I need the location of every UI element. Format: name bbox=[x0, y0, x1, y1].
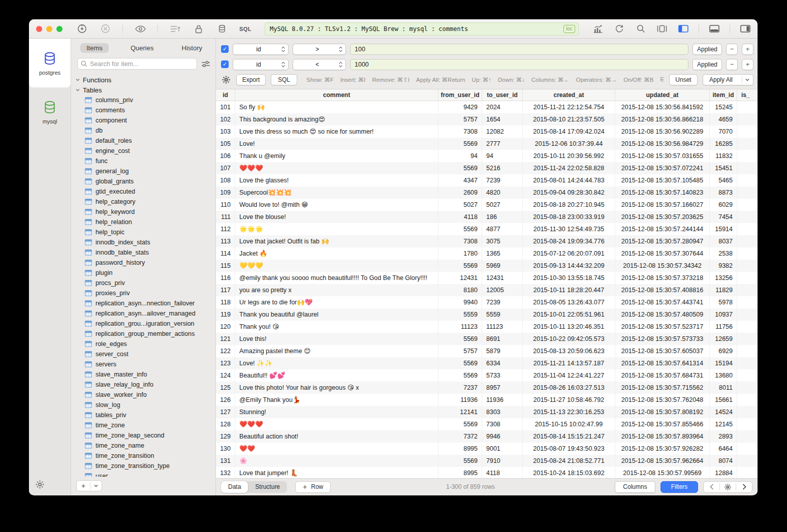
table-cell[interactable]: 9940 bbox=[438, 296, 482, 308]
database-icon[interactable] bbox=[216, 23, 228, 35]
table-cell[interactable]: 117 bbox=[216, 284, 235, 296]
table-cell[interactable]: 8691 bbox=[482, 333, 523, 345]
table-cell[interactable]: Love the blouse! bbox=[235, 211, 438, 223]
table-cell[interactable]: 5569 bbox=[438, 223, 482, 235]
table-cell[interactable]: 12005 bbox=[482, 284, 523, 296]
table-cell[interactable] bbox=[737, 150, 758, 162]
table-cell[interactable]: 5569 bbox=[438, 138, 482, 150]
table-cell[interactable]: 15451 bbox=[710, 162, 737, 174]
table-cell[interactable]: 13680 bbox=[710, 369, 737, 382]
table-cell[interactable]: 2015-12-08 15:30:57.373218 bbox=[615, 272, 710, 284]
table-cell[interactable]: 5569 bbox=[438, 357, 482, 369]
sidebar-table-item[interactable]: replication_group_member_actions bbox=[71, 329, 215, 339]
table-cell[interactable]: 6464 bbox=[710, 443, 737, 455]
table-cell[interactable]: Thank u @emily bbox=[235, 150, 438, 162]
table-cell[interactable]: 11832 bbox=[710, 150, 737, 162]
table-cell[interactable] bbox=[737, 308, 758, 321]
table-cell[interactable]: Thank you beautiful @laurel bbox=[235, 308, 438, 321]
sidebar-table-item[interactable]: role_edges bbox=[71, 339, 215, 349]
sidebar-table-item[interactable]: plugin bbox=[71, 268, 215, 278]
table-cell[interactable]: 132 bbox=[216, 467, 235, 478]
table-cell[interactable]: This background is amazing😍 bbox=[235, 113, 438, 126]
table-cell[interactable] bbox=[737, 260, 758, 272]
table-cell[interactable]: 2893 bbox=[710, 430, 737, 443]
connection-postgres[interactable]: postgres bbox=[29, 39, 71, 87]
sidebar-table-item[interactable]: replication_asyn...ailover_managed bbox=[71, 308, 215, 319]
filter-sliders-icon[interactable] bbox=[201, 60, 210, 68]
sidebar-table-item[interactable]: replication_grou...iguration_version bbox=[71, 319, 215, 329]
sidebar-table-item[interactable]: func bbox=[71, 156, 215, 166]
next-page-icon[interactable] bbox=[736, 482, 752, 492]
table-cell[interactable]: 2015-10-15 10:02:47.99 bbox=[523, 418, 615, 430]
column-header-comment[interactable]: comment bbox=[235, 89, 438, 101]
table-cell[interactable]: 8011 bbox=[710, 382, 737, 394]
table-cell[interactable] bbox=[737, 455, 758, 467]
column-header-to_user_id[interactable]: to_user_id bbox=[482, 89, 523, 101]
filter-operator-select[interactable]: < bbox=[293, 59, 346, 70]
table-cell[interactable]: 7308 bbox=[438, 235, 482, 247]
sidebar-table-item[interactable]: time_zone_leap_second bbox=[71, 430, 215, 441]
table-cell[interactable]: 2015-08-10 21:23:57.505 bbox=[523, 113, 615, 126]
table-cell[interactable]: Love that jacket! Outfit is fab 🙌 bbox=[235, 235, 438, 247]
table-cell[interactable]: 115 bbox=[216, 260, 235, 272]
table-cell[interactable]: Love the glasses! bbox=[235, 174, 438, 186]
table-cell[interactable]: 2015-12-08 15:30:57.031655 bbox=[615, 150, 710, 162]
table-cell[interactable]: 5216 bbox=[482, 162, 523, 174]
table-cell[interactable]: Ur legs are to die for🙌💖 bbox=[235, 296, 438, 308]
table-cell[interactable]: @emily thank you soooo much beautiful!!!… bbox=[235, 272, 438, 284]
remove-filter-button[interactable]: − bbox=[726, 44, 738, 55]
settings-gear-icon[interactable] bbox=[35, 480, 45, 490]
table-cell[interactable] bbox=[737, 443, 758, 455]
table-cell[interactable]: 121 bbox=[216, 333, 235, 345]
table-cell[interactable]: 2015-08-14 15:15:21.247 bbox=[523, 430, 615, 443]
table-cell[interactable]: 2015-12-08 15:30:57.99569 bbox=[615, 467, 710, 478]
table-cell[interactable]: 111 bbox=[216, 211, 235, 223]
tab-structure[interactable]: Structure bbox=[248, 481, 287, 493]
table-cell[interactable]: 2015-10-01 22:05:51.961 bbox=[523, 308, 615, 321]
table-cell[interactable]: 5733 bbox=[482, 369, 523, 382]
table-cell[interactable]: 15914 bbox=[710, 223, 737, 235]
tabs-icon[interactable] bbox=[656, 23, 668, 35]
chevron-down-icon[interactable] bbox=[90, 483, 102, 488]
table-cell[interactable] bbox=[737, 113, 758, 126]
table-cell[interactable]: 5969 bbox=[482, 260, 523, 272]
table-cell[interactable]: 8037 bbox=[710, 235, 737, 247]
table-cell[interactable]: 2015-08-26 16:03:27.513 bbox=[523, 382, 615, 394]
table-cell[interactable]: 106 bbox=[216, 150, 235, 162]
sidebar-table-item[interactable]: password_history bbox=[71, 258, 215, 268]
table-cell[interactable]: 4347 bbox=[438, 174, 482, 186]
table-cell[interactable]: 15245 bbox=[710, 101, 737, 113]
table-cell[interactable]: 2015-12-08 15:30:57.203625 bbox=[615, 211, 710, 223]
filter-value-input[interactable] bbox=[350, 59, 688, 70]
table-cell[interactable]: 2015-12-08 15:30:56.841592 bbox=[615, 101, 710, 113]
table-cell[interactable]: 2015-12-08 15:30:57.893964 bbox=[615, 430, 710, 443]
sidebar-table-item[interactable]: servers bbox=[71, 359, 215, 369]
table-cell[interactable] bbox=[737, 186, 758, 199]
search-icon[interactable] bbox=[635, 23, 647, 35]
sidebar-table-item[interactable]: global_grants bbox=[71, 176, 215, 186]
table-cell[interactable]: 8873 bbox=[710, 186, 737, 199]
table-cell[interactable]: 2015-08-18 23:00:33.919 bbox=[523, 211, 615, 223]
table-cell[interactable]: 7308 bbox=[482, 418, 523, 430]
search-input[interactable] bbox=[90, 60, 194, 68]
sidebar-table-item[interactable]: help_topic bbox=[71, 227, 215, 237]
table-cell[interactable]: 2015-08-01 14:24:44.783 bbox=[523, 174, 615, 186]
zoom-window-button[interactable] bbox=[56, 26, 62, 32]
table-cell[interactable]: 2015-12-06 10:37:39.44 bbox=[523, 138, 615, 150]
table-cell[interactable]: 2015-12-08 15:30:56.866218 bbox=[615, 113, 710, 126]
table-cell[interactable]: 14524 bbox=[710, 406, 737, 418]
sidebar-search-field[interactable] bbox=[77, 58, 197, 70]
table-cell[interactable]: Love! ✨✨ bbox=[235, 357, 438, 369]
table-cell[interactable]: 107 bbox=[216, 162, 235, 174]
table-cell[interactable]: Beautiful action shot! bbox=[235, 430, 438, 443]
table-cell[interactable]: 11123 bbox=[438, 321, 482, 333]
filter-operator-select[interactable]: > bbox=[293, 44, 346, 55]
table-cell[interactable] bbox=[737, 333, 758, 345]
table-cell[interactable]: 2015-08-07 19:43:50.923 bbox=[523, 443, 615, 455]
column-header-from_user_id[interactable]: from_user_id bbox=[438, 89, 482, 101]
column-header-is[interactable]: is_ bbox=[737, 89, 758, 101]
preview-eye-icon[interactable] bbox=[134, 23, 146, 35]
table-cell[interactable]: 122 bbox=[216, 345, 235, 357]
tab-history[interactable]: History bbox=[176, 43, 208, 53]
table-cell[interactable]: Love this photo! Your hair is gorgeous 😘… bbox=[235, 382, 438, 394]
